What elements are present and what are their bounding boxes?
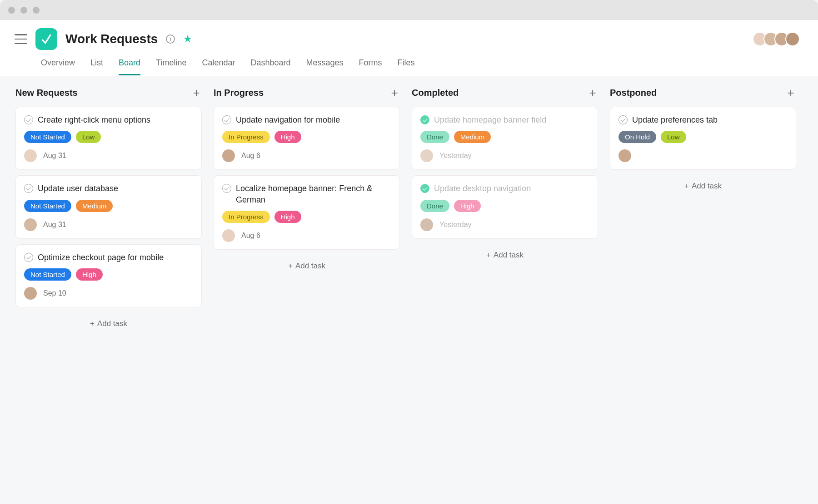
- assignee-avatar[interactable]: [24, 218, 37, 231]
- check-circle-icon[interactable]: [420, 115, 429, 124]
- card-date: Aug 6: [241, 232, 260, 240]
- card-title: Update desktop navigation: [434, 183, 531, 194]
- column-header: In Progress +: [214, 87, 400, 99]
- check-circle-icon[interactable]: [420, 184, 429, 193]
- task-card[interactable]: Optimize checkout page for mobile Not St…: [15, 244, 202, 307]
- column-header: Completed +: [412, 87, 598, 99]
- collaborators[interactable]: [756, 32, 803, 46]
- card-date: Aug 31: [43, 221, 66, 229]
- plus-icon: +: [90, 319, 95, 328]
- assignee-avatar[interactable]: [222, 229, 235, 242]
- add-task-label: Add task: [295, 262, 325, 271]
- menu-icon[interactable]: [15, 34, 27, 44]
- tab-overview[interactable]: Overview: [41, 58, 75, 75]
- card-title: Create right-click menu options: [38, 114, 150, 125]
- check-circle-icon[interactable]: [24, 115, 33, 124]
- add-task-button[interactable]: + Add task: [214, 255, 400, 277]
- task-card[interactable]: Localize homepage banner: French & Germa…: [214, 175, 400, 250]
- assignee-avatar[interactable]: [420, 218, 433, 231]
- app: Work Requests i ★ Overview List Board Ti…: [0, 20, 818, 484]
- project-title: Work Requests: [65, 32, 158, 46]
- tab-timeline[interactable]: Timeline: [156, 58, 186, 75]
- plus-icon: +: [684, 182, 689, 191]
- add-task-button[interactable]: + Add task: [610, 175, 796, 197]
- task-card[interactable]: Update user database Not Started Medium …: [15, 175, 202, 238]
- avatar[interactable]: [785, 32, 800, 46]
- status-tag: Not Started: [24, 200, 71, 212]
- check-circle-icon[interactable]: [222, 184, 231, 193]
- check-circle-icon[interactable]: [24, 253, 33, 262]
- add-task-button[interactable]: + Add task: [412, 244, 598, 266]
- status-tag: On Hold: [618, 131, 656, 143]
- traffic-light-close[interactable]: [8, 7, 15, 14]
- status-tag: Done: [420, 200, 449, 212]
- priority-tag: High: [274, 211, 301, 223]
- assignee-avatar[interactable]: [618, 149, 631, 162]
- add-task-label: Add task: [692, 182, 722, 191]
- add-icon[interactable]: +: [587, 87, 598, 99]
- column-postponed: Postponed + Update preferences tab On Ho…: [610, 87, 796, 474]
- priority-tag: High: [76, 268, 103, 281]
- board: New Requests + Create right-click menu o…: [0, 76, 818, 484]
- card-date: Yesterday: [439, 221, 472, 229]
- check-circle-icon[interactable]: [222, 115, 231, 124]
- column-new-requests: New Requests + Create right-click menu o…: [15, 87, 202, 474]
- tab-forms[interactable]: Forms: [359, 58, 382, 75]
- star-icon[interactable]: ★: [183, 33, 192, 45]
- status-tag: Not Started: [24, 268, 71, 281]
- window-chrome: [0, 0, 818, 20]
- priority-tag: High: [274, 131, 301, 143]
- assignee-avatar[interactable]: [24, 149, 37, 162]
- project-icon: [35, 28, 57, 50]
- check-circle-icon[interactable]: [24, 184, 33, 193]
- tab-files[interactable]: Files: [398, 58, 415, 75]
- task-card[interactable]: Update desktop navigation Done High Yest…: [412, 175, 598, 238]
- status-tag: Not Started: [24, 131, 71, 143]
- task-card[interactable]: Update navigation for mobile In Progress…: [214, 107, 400, 170]
- card-title: Update user database: [38, 183, 118, 194]
- card-date: Aug 31: [43, 152, 66, 160]
- task-card[interactable]: Update preferences tab On Hold Low: [610, 107, 796, 170]
- card-title: Update preferences tab: [632, 114, 718, 125]
- tab-messages[interactable]: Messages: [306, 58, 344, 75]
- add-icon[interactable]: +: [389, 87, 400, 99]
- assignee-avatar[interactable]: [222, 149, 235, 162]
- card-title: Update navigation for mobile: [236, 114, 340, 125]
- topbar: Work Requests i ★: [0, 20, 818, 50]
- task-card[interactable]: Update homepage banner field Done Medium…: [412, 107, 598, 170]
- check-circle-icon[interactable]: [618, 115, 628, 124]
- tab-board[interactable]: Board: [119, 58, 140, 75]
- info-icon[interactable]: i: [166, 35, 175, 44]
- traffic-light-zoom[interactable]: [33, 7, 40, 14]
- add-icon[interactable]: +: [191, 87, 202, 99]
- tab-dashboard[interactable]: Dashboard: [250, 58, 290, 75]
- column-title: Postponed: [610, 88, 657, 98]
- tab-list[interactable]: List: [90, 58, 103, 75]
- status-tag: Done: [420, 131, 449, 143]
- status-tag: In Progress: [222, 131, 270, 143]
- tab-calendar[interactable]: Calendar: [202, 58, 235, 75]
- priority-tag: Low: [76, 131, 101, 143]
- plus-icon: +: [288, 262, 293, 271]
- status-tag: In Progress: [222, 211, 270, 223]
- assignee-avatar[interactable]: [24, 287, 37, 300]
- assignee-avatar[interactable]: [420, 149, 433, 162]
- card-title: Update homepage banner field: [434, 114, 546, 125]
- priority-tag: Medium: [76, 200, 113, 212]
- add-task-label: Add task: [494, 251, 524, 260]
- column-in-progress: In Progress + Update navigation for mobi…: [214, 87, 400, 474]
- priority-tag: Medium: [454, 131, 491, 143]
- card-date: Yesterday: [439, 152, 472, 160]
- add-icon[interactable]: +: [785, 87, 796, 99]
- card-title: Optimize checkout page for mobile: [38, 252, 164, 263]
- card-title: Localize homepage banner: French & Germa…: [236, 183, 391, 205]
- column-header: Postponed +: [610, 87, 796, 99]
- column-title: In Progress: [214, 88, 264, 98]
- task-card[interactable]: Create right-click menu options Not Star…: [15, 107, 202, 170]
- card-date: Aug 6: [241, 152, 260, 160]
- traffic-light-minimize[interactable]: [20, 7, 27, 14]
- column-title: New Requests: [15, 88, 78, 98]
- add-task-label: Add task: [97, 319, 127, 328]
- add-task-button[interactable]: + Add task: [15, 313, 202, 335]
- column-completed: Completed + Update homepage banner field…: [412, 87, 598, 474]
